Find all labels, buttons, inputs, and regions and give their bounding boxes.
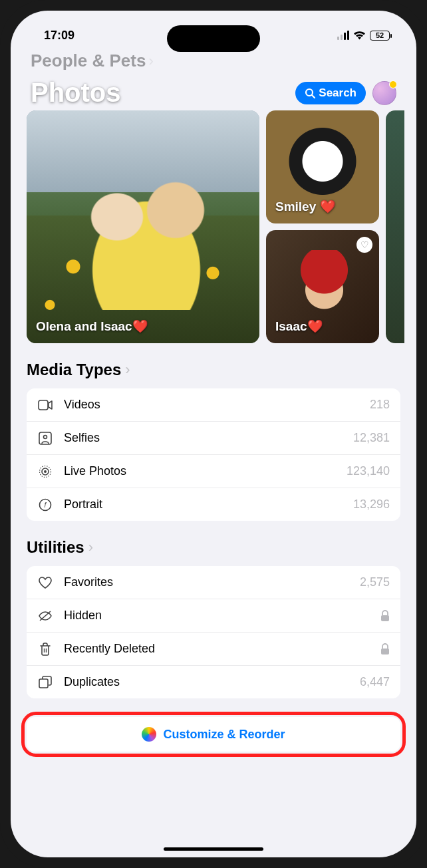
- lock-icon: [380, 610, 390, 622]
- profile-avatar[interactable]: [372, 81, 396, 105]
- screen: 17:09 52 People & Pets › Photo: [11, 11, 416, 857]
- wifi-icon: [353, 31, 366, 40]
- page-title: Photos: [31, 78, 121, 108]
- section-media-types: Media Types › Videos 218: [11, 343, 416, 521]
- row-live-photos[interactable]: Live Photos 123,140: [27, 455, 400, 488]
- svg-text:f: f: [45, 502, 47, 509]
- svg-point-7: [44, 470, 47, 473]
- album-next[interactable]: [386, 110, 404, 343]
- row-recently-deleted[interactable]: Recently Deleted: [27, 633, 400, 666]
- cellular-icon: [337, 31, 349, 40]
- album-smiley[interactable]: Smiley ❤️: [266, 110, 379, 223]
- chevron-right-icon: ›: [88, 539, 93, 556]
- lock-icon: [380, 643, 390, 655]
- notification-dot: [389, 80, 397, 88]
- row-selfies[interactable]: Selfies 12,381: [27, 422, 400, 455]
- home-indicator[interactable]: [164, 847, 263, 851]
- albums-row[interactable]: Olena and Isaac❤️ Smiley ❤️ ♡ Isaac❤️: [11, 110, 416, 343]
- video-icon: [37, 400, 53, 410]
- count: 2,575: [360, 575, 390, 589]
- live-photo-icon: [37, 465, 53, 478]
- svg-rect-14: [381, 649, 389, 654]
- album-isaac[interactable]: ♡ Isaac❤️: [266, 230, 379, 343]
- dynamic-island: [167, 25, 260, 52]
- chevron-right-icon: ›: [125, 361, 130, 378]
- photos-app-icon: [142, 727, 156, 742]
- trash-icon: [37, 643, 53, 656]
- heart-icon: [37, 577, 53, 589]
- battery-level: 52: [376, 31, 384, 39]
- section-utilities: Utilities › Favorites 2,575: [11, 521, 416, 698]
- svg-point-4: [44, 435, 47, 438]
- selfie-icon: [37, 432, 53, 445]
- row-portrait[interactable]: f Portrait 13,296: [27, 488, 400, 521]
- count: 6,447: [360, 675, 390, 689]
- svg-line-1: [312, 95, 315, 98]
- count: 12,381: [353, 431, 390, 445]
- row-favorites[interactable]: Favorites 2,575: [27, 566, 400, 599]
- favorite-icon: ♡: [356, 237, 372, 253]
- section-header-media-types[interactable]: Media Types ›: [27, 361, 400, 379]
- count: 123,140: [347, 464, 390, 478]
- count: 218: [370, 398, 390, 412]
- hidden-icon: [37, 610, 53, 622]
- svg-rect-2: [39, 400, 48, 410]
- row-duplicates[interactable]: Duplicates 6,447: [27, 666, 400, 698]
- customize-reorder-button[interactable]: Customize & Reorder: [27, 717, 400, 752]
- chevron-right-icon: ›: [148, 53, 153, 70]
- album-label: Smiley ❤️: [275, 199, 336, 214]
- row-videos[interactable]: Videos 218: [27, 388, 400, 422]
- section-title-people-pets[interactable]: People & Pets ›: [31, 51, 396, 71]
- battery-icon: 52: [370, 31, 390, 41]
- device-frame: 17:09 52 People & Pets › Photo: [0, 0, 427, 868]
- search-button[interactable]: Search: [295, 82, 366, 104]
- duplicates-icon: [37, 676, 53, 689]
- search-icon: [305, 88, 315, 98]
- album-label: Olena and Isaac❤️: [36, 319, 148, 334]
- svg-rect-11: [381, 615, 389, 621]
- row-hidden[interactable]: Hidden: [27, 599, 400, 633]
- count: 13,296: [353, 498, 390, 511]
- section-header-utilities[interactable]: Utilities ›: [27, 538, 400, 557]
- content-area: 17:09 52 People & Pets › Photo: [11, 11, 416, 857]
- album-label: Isaac❤️: [275, 319, 323, 334]
- album-olena-isaac[interactable]: Olena and Isaac❤️: [27, 110, 259, 343]
- svg-rect-15: [39, 679, 48, 688]
- status-right: 52: [337, 31, 390, 41]
- status-time: 17:09: [44, 29, 74, 43]
- portrait-icon: f: [37, 498, 53, 511]
